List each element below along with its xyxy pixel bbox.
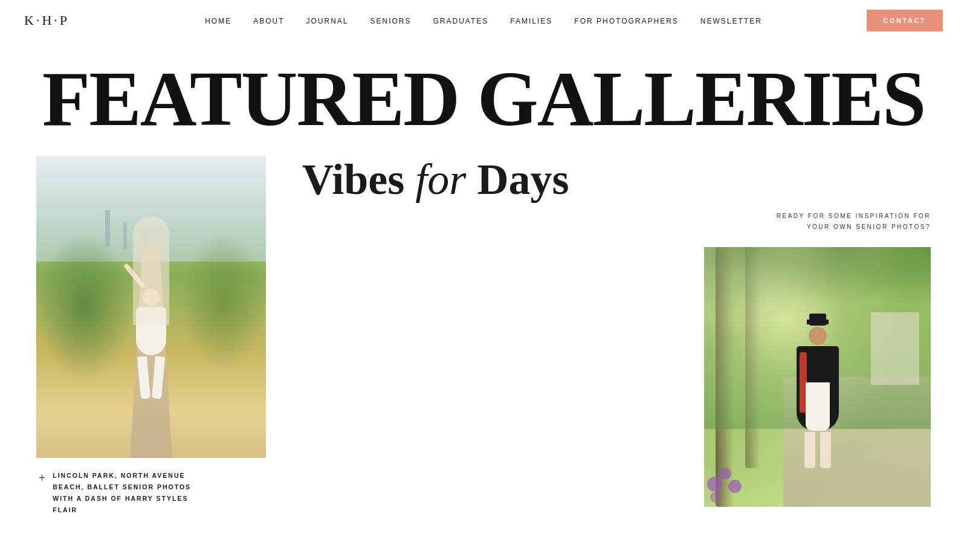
nav-link-families[interactable]: FAMILIES <box>510 17 552 25</box>
nav-item-journal[interactable]: JOURNAL <box>306 15 349 26</box>
graduate-figure <box>788 320 848 495</box>
nav-item-seniors[interactable]: SENIORS <box>370 15 412 26</box>
hero-section: FEATURED GALLERIES <box>0 41 967 150</box>
nav-item-for-photographers[interactable]: FOR PHOTOGRAPHERS <box>574 15 678 26</box>
logo[interactable]: K·H·P <box>24 13 70 28</box>
nav-item-home[interactable]: HOME <box>205 15 231 26</box>
graduate-photo[interactable] <box>704 247 931 507</box>
nav-link-newsletter[interactable]: NEWSLETTER <box>700 17 762 25</box>
vibes-bold-text: Vibes <box>302 155 415 204</box>
nav-link-home[interactable]: HOME <box>205 17 231 25</box>
nav-item-newsletter[interactable]: NEWSLETTER <box>700 15 762 26</box>
nav-item-families[interactable]: FAMILIES <box>510 15 552 26</box>
plus-icon: + <box>39 471 45 485</box>
nav-links: HOME ABOUT JOURNAL SENIORS GRADUATES FAM… <box>205 15 762 26</box>
right-column: Vibes for Days READY FOR SOME INSPIRATIO… <box>302 156 931 516</box>
flowers-overlay <box>704 459 752 507</box>
contact-button[interactable]: CONTACT <box>867 10 943 31</box>
nav-link-seniors[interactable]: SENIORS <box>370 17 412 25</box>
navbar: K·H·P HOME ABOUT JOURNAL SENIORS GRADUAT… <box>0 0 967 41</box>
nav-link-about[interactable]: ABOUT <box>253 17 284 25</box>
vibes-subtitle: READY FOR SOME INSPIRATION FOR YOUR OWN … <box>302 211 931 233</box>
left-column: + LINCOLN PARK, NORTH AVENUE BEACH, BALL… <box>36 156 266 516</box>
vibes-italic-text: for <box>415 155 466 204</box>
main-content: + LINCOLN PARK, NORTH AVENUE BEACH, BALL… <box>0 150 967 540</box>
vibes-heading: Vibes for Days <box>302 156 931 204</box>
caption-text: LINCOLN PARK, NORTH AVENUE BEACH, BALLET… <box>53 470 191 516</box>
senior-figure <box>130 289 172 410</box>
nav-item-graduates[interactable]: GRADUATES <box>433 15 489 26</box>
photo-caption[interactable]: + LINCOLN PARK, NORTH AVENUE BEACH, BALL… <box>36 470 266 516</box>
senior-photo-1[interactable] <box>36 156 266 458</box>
nav-link-for-photographers[interactable]: FOR PHOTOGRAPHERS <box>574 17 678 25</box>
nav-link-graduates[interactable]: GRADUATES <box>433 17 489 25</box>
nav-link-journal[interactable]: JOURNAL <box>306 17 349 25</box>
page-title: FEATURED GALLERIES <box>24 59 943 138</box>
vibes-days-text: Days <box>466 155 569 204</box>
nav-item-about[interactable]: ABOUT <box>253 15 284 26</box>
